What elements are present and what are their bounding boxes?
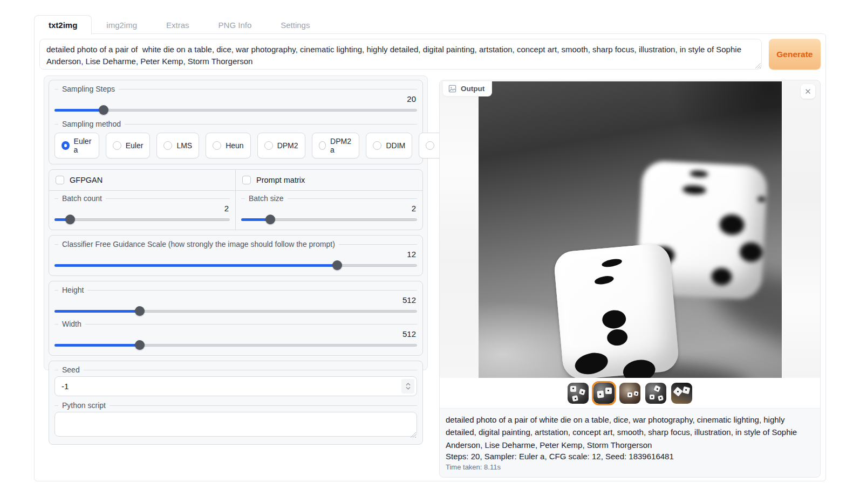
sampling-steps-value: 20	[54, 94, 417, 105]
batch-count-slider[interactable]	[54, 215, 230, 224]
radio-lms[interactable]: LMS	[156, 133, 199, 158]
image-icon	[448, 85, 456, 93]
slider-knob[interactable]	[65, 215, 75, 224]
tab-png-info[interactable]: PNG Info	[204, 15, 267, 34]
radio-dpm2-a[interactable]: DPM2 a	[312, 133, 360, 158]
slider-knob[interactable]	[265, 215, 275, 224]
seed-label: Seed	[54, 365, 417, 375]
prompt-input[interactable]: detailed photo of a pair of white die on…	[39, 39, 762, 70]
prompt-row: detailed photo of a pair of white die on…	[39, 39, 821, 70]
width-value: 512	[54, 329, 417, 340]
gfpgan-checkbox[interactable]: GFPGAN	[49, 170, 236, 190]
options-batch-group: GFPGAN Prompt matrix Batch count 2 Batch…	[49, 169, 423, 230]
die-pip	[601, 258, 623, 268]
output-tab: Output	[442, 81, 492, 96]
python-script-label: Python script	[54, 401, 417, 410]
checkbox-icon[interactable]	[56, 176, 64, 184]
prompt-matrix-label: Prompt matrix	[256, 176, 305, 184]
batch-size-block: Batch size 2	[236, 190, 422, 230]
radio-dot-icon	[163, 141, 172, 150]
cfg-label: Classifier Free Guidance Scale (how stro…	[54, 239, 417, 249]
dimensions-group: Height 512 Width 512	[49, 281, 423, 356]
thumbnail-5[interactable]	[671, 383, 692, 404]
seed-input[interactable]	[54, 376, 417, 396]
width-label: Width	[54, 319, 417, 329]
sampling-group: Sampling Steps 20 Sampling method Euler …	[49, 80, 423, 164]
slider-knob[interactable]	[99, 105, 108, 115]
die-pip	[606, 328, 627, 346]
output-time-taken: Time taken: 8.11s	[440, 461, 820, 471]
output-caption: detailed photo of a pair of white die on…	[440, 409, 820, 451]
tab-img2img[interactable]: img2img	[92, 15, 152, 34]
seed-script-group: Seed Python script	[49, 361, 423, 445]
output-params: Steps: 20, Sampler: Euler a, CFG scale: …	[440, 451, 820, 461]
thumbnail-gallery	[440, 378, 820, 409]
radio-euler[interactable]: Euler	[106, 133, 151, 158]
radio-dot-icon	[264, 141, 273, 150]
close-icon[interactable]: ✕	[801, 84, 815, 99]
die-pip	[757, 196, 765, 202]
tab-txt2img[interactable]: txt2img	[34, 15, 92, 34]
thumbnail-4[interactable]	[645, 383, 666, 404]
thumbnail-2-selected[interactable]	[593, 383, 615, 404]
sampling-method-label: Sampling method	[54, 119, 417, 129]
cfg-slider[interactable]	[54, 260, 417, 270]
sampling-method-options: Euler a Euler LMS Heun DPM2 DPM2 a DDIM …	[54, 133, 417, 158]
radio-dot-icon	[319, 141, 326, 150]
radio-dot-icon	[113, 141, 121, 150]
radio-dot-icon	[426, 141, 434, 150]
radio-dot-icon	[373, 141, 381, 150]
tab-bar: txt2img img2img Extras PNG Info Settings	[34, 15, 324, 34]
chevron-up-icon[interactable]	[406, 383, 411, 386]
number-spinner[interactable]	[401, 379, 414, 393]
radio-dot-icon	[62, 141, 70, 150]
tab-extras[interactable]: Extras	[152, 15, 204, 34]
die-pip	[719, 214, 745, 236]
width-slider[interactable]	[54, 340, 417, 350]
radio-dpm2[interactable]: DPM2	[257, 133, 305, 158]
batch-size-label: Batch size	[241, 194, 417, 203]
radio-euler-a[interactable]: Euler a	[54, 133, 99, 158]
die-pip	[572, 350, 610, 377]
generated-image[interactable]	[479, 81, 782, 378]
batch-size-slider[interactable]	[241, 215, 417, 224]
image-letterbox-left	[440, 80, 479, 378]
sampling-steps-slider[interactable]	[54, 105, 417, 115]
die-left	[553, 243, 680, 378]
radio-ddim[interactable]: DDIM	[366, 133, 412, 158]
slider-knob[interactable]	[135, 306, 145, 316]
cfg-value: 12	[54, 249, 417, 260]
batch-size-value: 2	[241, 203, 417, 214]
die-pip	[682, 185, 706, 195]
die-pip	[621, 357, 657, 378]
batch-count-value: 2	[54, 203, 230, 214]
die-pip	[601, 309, 626, 330]
image-viewer: Output ✕	[440, 80, 820, 378]
cfg-group: Classifier Free Guidance Scale (how stro…	[49, 235, 423, 276]
die-pip	[690, 170, 708, 178]
settings-panel: Sampling Steps 20 Sampling method Euler …	[44, 75, 428, 370]
radio-heun[interactable]: Heun	[206, 133, 250, 158]
slider-knob[interactable]	[332, 260, 342, 270]
generate-button[interactable]: Generate	[769, 39, 821, 70]
thumbnail-3[interactable]	[619, 383, 640, 404]
height-label: Height	[54, 285, 417, 295]
python-script-input[interactable]	[54, 412, 417, 437]
checkbox-icon[interactable]	[242, 176, 251, 184]
height-value: 512	[54, 295, 417, 306]
tab-settings[interactable]: Settings	[266, 15, 324, 34]
batch-count-label: Batch count	[54, 194, 230, 203]
height-slider[interactable]	[54, 306, 417, 316]
prompt-matrix-checkbox[interactable]: Prompt matrix	[236, 170, 422, 190]
thumbnail-1[interactable]	[568, 383, 589, 404]
slider-knob[interactable]	[135, 340, 145, 350]
image-letterbox-right	[782, 80, 821, 378]
output-tab-label: Output	[461, 85, 484, 93]
output-panel: Output ✕	[439, 80, 821, 478]
radio-dot-icon	[213, 141, 221, 150]
die-pip	[711, 267, 732, 286]
chevron-down-icon[interactable]	[406, 386, 411, 390]
main-container: detailed photo of a pair of white die on…	[34, 33, 826, 481]
gfpgan-label: GFPGAN	[70, 176, 103, 184]
die-pip	[593, 274, 614, 286]
